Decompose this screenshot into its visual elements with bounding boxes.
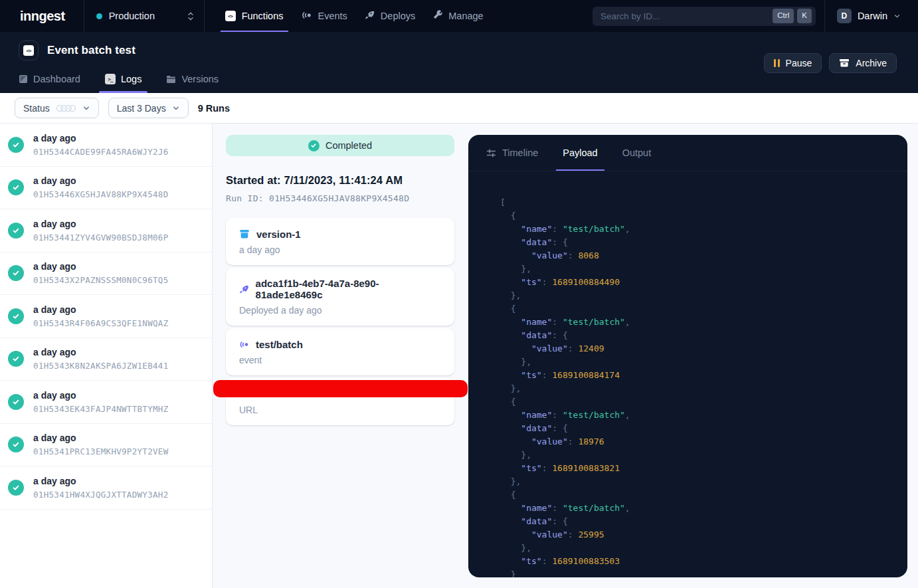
deploy-card[interactable]: adca1f1b-4eb7-4a7a-8e90-81ade1e8469c Dep… — [226, 268, 454, 326]
run-id: 01H5341HW4XJQGJXTTADWY3AH2 — [33, 490, 168, 500]
keycap-k: K — [797, 9, 812, 23]
box-icon — [239, 229, 250, 239]
nav-tab-functions[interactable]: <> Functions — [217, 0, 292, 32]
tab-output[interactable]: Output — [622, 135, 652, 171]
detail-panel: Timeline Payload Output [ { "name": "tes… — [468, 135, 907, 577]
dashboard-icon — [19, 74, 28, 84]
top-navbar: inngest Production <> Functions Events D… — [0, 0, 918, 32]
nav-tab-label: Manage — [448, 11, 483, 21]
run-list-item[interactable]: a day ago 01H5341PRC13EMKHV9P2YT2VEW — [0, 424, 212, 467]
check-circle-icon — [308, 140, 320, 151]
run-time: a day ago — [33, 304, 168, 315]
version-card[interactable]: version-1 a day ago — [226, 218, 454, 265]
environment-switcher[interactable]: Production — [84, 0, 205, 32]
archive-button[interactable]: Archive — [829, 53, 897, 73]
event-card[interactable]: test/batch event — [226, 328, 454, 375]
function-tabs: Dashboard >_ Logs Versions — [19, 74, 219, 93]
run-time: a day ago — [33, 433, 168, 443]
user-name: Darwin — [858, 11, 887, 21]
tab-label: Logs — [121, 74, 141, 84]
check-circle-icon — [8, 308, 24, 324]
check-circle-icon — [8, 137, 24, 153]
nav-tab-label: Functions — [242, 11, 284, 21]
keycap-ctrl: Ctrl — [773, 9, 794, 23]
deploy-card-subtitle: Deployed a day ago — [239, 305, 441, 316]
url-card-subtitle: URL — [239, 405, 441, 415]
run-time: a day ago — [33, 347, 168, 357]
chevron-down-icon — [82, 104, 90, 112]
check-circle-icon — [8, 179, 24, 195]
archive-label: Archive — [856, 58, 887, 68]
event-card-title: test/batch — [256, 339, 303, 350]
run-list-item[interactable]: a day ago 01H5343EK43FAJP4NWTTBTYMHZ — [0, 381, 212, 424]
date-range-filter[interactable]: Last 3 Days — [108, 98, 189, 118]
user-menu[interactable]: D Darwin — [825, 0, 918, 32]
tab-label: Versions — [181, 74, 219, 84]
run-list-item[interactable]: a day ago 01H5343R4F06A9CS3QFE1NWQAZ — [0, 295, 212, 338]
event-signal-icon — [239, 340, 249, 349]
nav-tab-label: Events — [318, 11, 347, 21]
pause-icon — [774, 59, 780, 67]
tab-label: Dashboard — [33, 74, 80, 84]
version-card-title: version-1 — [256, 229, 301, 240]
started-at: Started at: 7/11/2023, 11:41:24 AM — [226, 174, 454, 187]
run-list-item[interactable]: a day ago 01H5343X2PAZNSSSM0N0C96TQ5 — [0, 252, 212, 296]
run-id: 01H5343R4F06A9CS3QFE1NWQAZ — [33, 318, 168, 328]
pause-label: Pause — [786, 58, 812, 68]
primary-nav: <> Functions Events Deploys Manage — [217, 0, 492, 32]
tab-payload[interactable]: Payload — [563, 135, 597, 171]
tab-label: Timeline — [502, 147, 538, 158]
tab-label: Output — [622, 147, 652, 158]
functions-icon: <> — [225, 11, 236, 21]
pause-button[interactable]: Pause — [764, 53, 822, 73]
nav-tab-manage[interactable]: Manage — [424, 0, 492, 32]
archive-icon — [839, 58, 850, 68]
inngest-logo[interactable]: inngest — [0, 0, 84, 32]
wrench-icon — [432, 10, 442, 22]
search-input[interactable] — [600, 11, 769, 21]
env-status-dot-icon — [96, 13, 102, 19]
nav-tab-deploys[interactable]: Deploys — [356, 0, 424, 32]
status-filter-label: Status — [23, 103, 50, 114]
nav-tab-events[interactable]: Events — [292, 0, 356, 32]
run-list: a day ago 01H5344CADE99FA45RA6WJY2J6 a d… — [0, 124, 213, 588]
run-time: a day ago — [33, 133, 168, 144]
run-detail-column: Completed Started at: 7/11/2023, 11:41:2… — [213, 124, 468, 588]
run-id: 01H53446XG5HJAV88KP9X4548D — [33, 189, 168, 199]
navbar-right: Ctrl K D Darwin — [593, 0, 918, 32]
function-header: <> Event batch test Dashboard >_ Logs Ve… — [0, 32, 918, 93]
avatar: D — [837, 9, 852, 23]
rocket-icon — [365, 10, 375, 22]
tab-logs[interactable]: >_ Logs — [105, 74, 141, 93]
function-icon: <> — [19, 41, 39, 60]
tab-dashboard[interactable]: Dashboard — [19, 74, 80, 93]
version-card-subtitle: a day ago — [239, 245, 441, 255]
filter-bar: Status Last 3 Days 9 Runs — [0, 93, 918, 124]
run-id: 01H5343K8N2AKSPA6JZW1EB441 — [33, 361, 168, 371]
redaction-overlay — [213, 380, 468, 397]
tab-versions[interactable]: Versions — [166, 74, 219, 93]
check-circle-icon — [8, 480, 24, 496]
run-time: a day ago — [33, 261, 168, 272]
tab-timeline[interactable]: Timeline — [486, 135, 538, 171]
page-title: Event batch test — [47, 44, 136, 57]
payload-code: [ { "name": "test/batch", "data": { "val… — [468, 171, 907, 577]
folder-icon — [166, 75, 176, 84]
check-circle-icon — [8, 351, 24, 367]
search-box[interactable]: Ctrl K — [593, 7, 816, 26]
run-id: 01H53441ZYV4GVW90BSDJ8M06P — [33, 233, 168, 243]
run-list-item[interactable]: a day ago 01H53446XG5HJAV88KP9X4548D — [0, 167, 212, 210]
check-circle-icon — [8, 223, 24, 239]
run-id: 01H5341PRC13EMKHV9P2YT2VEW — [33, 446, 168, 456]
run-list-item[interactable]: a day ago 01H5341HW4XJQGJXTTADWY3AH2 — [0, 466, 212, 510]
run-list-item[interactable]: a day ago 01H5344CADE99FA45RA6WJY2J6 — [0, 124, 212, 167]
chevron-up-down-icon — [187, 11, 195, 21]
run-list-item[interactable]: a day ago 01H53441ZYV4GVW90BSDJ8M06P — [0, 209, 212, 252]
status-filter[interactable]: Status — [15, 98, 99, 118]
event-card-subtitle: event — [239, 355, 441, 365]
rocket-icon — [239, 284, 249, 294]
check-circle-icon — [8, 437, 24, 452]
deploy-card-title: adca1f1b-4eb7-4a7a-8e90-81ade1e8469c — [256, 278, 441, 300]
run-list-item[interactable]: a day ago 01H5343K8N2AKSPA6JZW1EB441 — [0, 338, 212, 381]
run-id-value: Run ID: 01H53446XG5HJAV88KP9X4548D — [226, 193, 454, 203]
